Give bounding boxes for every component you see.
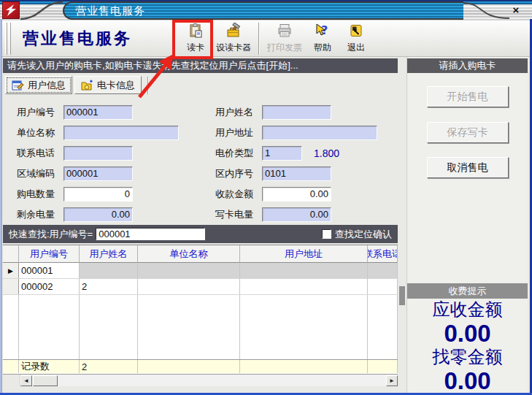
row-selector [3,279,19,294]
help-icon: ? [315,23,331,41]
table-cell[interactable] [368,279,398,294]
start-sale-button[interactable]: 开始售电 [427,86,509,107]
main-pane: 请先读入用户的购电卡,如购电卡遗失请先查找定位用户后点击[开始]... 用户信息 [2,57,398,393]
tab-separator [147,77,149,94]
amount-label: 收款金额 [215,188,262,201]
hscroll-thumb[interactable] [33,375,58,386]
user-info-form: 用户编号 单位名称 联系电话 区域编码 购电数量 剩余电量 [2,94,398,225]
write-qty-input[interactable] [262,207,331,222]
tab-bar: 用户信息 电卡信息 [5,74,153,94]
insert-card-prompt: 请插入购电卡 [407,58,528,73]
table-cell[interactable] [240,263,368,278]
toolbar-grip [5,23,7,55]
exit-label: 退出 [347,42,365,54]
table-footer-row: 记录数 2 [3,359,398,373]
fee-hint-header: 收费提示 [407,283,528,299]
toolbar-separator [174,23,175,55]
tab-user-info[interactable]: 用户信息 [5,76,72,94]
exit-icon [348,23,364,41]
table-cell[interactable]: 000001 [19,263,80,278]
write-qty-label: 写卡电量 [215,208,262,221]
table-cell[interactable] [138,263,240,278]
title-bar: 营业售电服务 × [0,0,532,20]
column-header-user-name[interactable]: 用户姓名 [80,245,138,263]
table-empty-area [3,295,398,359]
column-header-address[interactable]: 用户地址 [240,245,368,263]
user-info-form-icon [12,80,24,91]
address-label: 用户地址 [215,126,262,139]
tab-card-info-label: 电卡信息 [97,79,135,92]
window-title: 营业售电服务 [63,1,463,20]
hscrollbar-gap [3,375,20,386]
area-code-label: 区域编码 [17,167,63,180]
user-name-label: 用户姓名 [215,106,262,119]
table-cell[interactable] [80,263,138,278]
search-confirm-label: 查找定位确认 [335,228,392,241]
quick-search-bar: 快速查找:用户编号= 查找定位确认 [3,225,398,243]
column-header-phone[interactable]: 联系电话 [368,245,398,263]
user-name-input[interactable] [262,105,331,120]
buy-qty-input[interactable] [63,187,133,202]
print-invoice-icon [277,23,293,41]
table-row[interactable]: ▶ 000001 [3,263,398,279]
scroll-right-button[interactable]: ► [386,375,398,386]
table-header-row: 用户编号 用户姓名 单位名称 用户地址 联系电话 [3,245,398,263]
action-pane: 请插入购电卡 开始售电 保存写卡 取消售电 收费提示 应收金额 0.00 找零金… [406,57,528,393]
column-header-unit-name[interactable]: 单位名称 [138,245,240,263]
phone-label: 联系电话 [17,147,63,160]
change-amount-label: 找零金额 [407,346,528,368]
change-amount-value: 0.00 [407,368,528,394]
print-invoice-label: 打印发票 [267,42,302,54]
area-code-input[interactable] [63,166,133,181]
table-cell[interactable]: 000002 [19,279,80,294]
table-cell[interactable]: 2 [80,279,138,294]
page-title: 营业售电服务 [23,28,170,50]
unit-name-label: 单位名称 [17,126,63,139]
app-logo-icon [2,1,20,19]
price-type-input[interactable] [262,146,302,161]
help-label: 帮助 [314,42,331,54]
remain-qty-label: 剩余电量 [17,208,63,221]
current-row-marker: ▶ [3,263,19,278]
price-rate-value: 1.800 [314,147,339,159]
app-window: 营业售电服务 × 营业售电服务 [0,0,532,395]
set-card-reader-button[interactable]: 设读卡器 [212,22,255,55]
toolbar-grip [9,23,11,55]
pane-divider [398,57,406,393]
user-no-label: 用户编号 [17,106,63,119]
help-button[interactable]: ? 帮助 [306,22,339,55]
quick-search-input[interactable] [96,228,205,240]
table-cell[interactable] [138,279,240,294]
window-border-left [0,19,2,395]
serial-no-input[interactable] [262,166,331,181]
phone-input[interactable] [63,146,133,161]
price-type-label: 电价类型 [215,147,262,160]
cancel-sale-button[interactable]: 取消售电 [427,157,509,178]
close-button[interactable]: × [509,4,523,17]
table-hscrollbar: ◄ ► [3,374,398,386]
fee-hint-panel: 应收金额 0.00 找零金额 0.00 [407,299,528,394]
card-reader-icon [188,23,204,41]
print-invoice-button[interactable]: 打印发票 [263,22,306,55]
unit-name-input[interactable] [63,126,179,140]
table-cell[interactable] [368,263,398,278]
tab-card-info[interactable]: 电卡信息 [74,76,142,94]
scroll-left-button[interactable]: ◄ [20,375,32,386]
remain-qty-input[interactable] [63,207,133,222]
amount-input[interactable] [262,187,331,202]
exit-button[interactable]: 退出 [339,22,373,55]
tab-user-info-label: 用户信息 [28,79,66,92]
read-card-button[interactable]: 读卡 [179,22,212,55]
user-no-input[interactable] [63,105,133,120]
save-write-card-button[interactable]: 保存写卡 [427,122,509,143]
table-cell[interactable] [240,279,368,294]
status-message-bar: 请先读入用户的购电卡,如购电卡遗失请先查找定位用户后点击[开始]... [3,58,398,73]
address-input[interactable] [262,126,377,140]
serial-no-label: 区内序号 [215,167,262,180]
column-header-user-no[interactable]: 用户编号 [19,245,80,263]
receivable-amount-value: 0.00 [407,321,528,346]
search-confirm-checkbox[interactable] [322,229,331,239]
table-vscroll-thumb[interactable] [399,286,405,305]
table-row[interactable]: 000002 2 [3,279,398,295]
record-count-label: 记录数 [19,360,80,373]
